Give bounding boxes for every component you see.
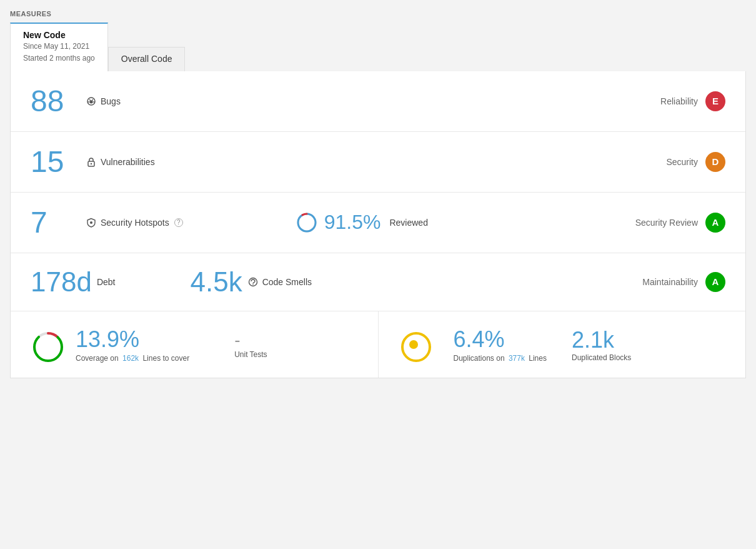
- sec-hotspots-value[interactable]: 7: [31, 208, 81, 238]
- svg-line-2: [92, 99, 93, 101]
- svg-line-1: [89, 99, 91, 101]
- dup-blocks-section: 2.1k Duplicated Blocks: [572, 327, 631, 362]
- sec-center: 91.5% Reviewed: [296, 211, 428, 234]
- lock-icon: [86, 156, 97, 168]
- bugs-grade: E: [712, 96, 719, 106]
- sec-hotspots-icon-label: Security Hotspots ?: [86, 217, 183, 228]
- sec-right: Security Review A: [635, 213, 725, 233]
- svg-point-7: [91, 163, 92, 164]
- maint-row-split: 178d Debt 4.5k Code Smells: [31, 268, 725, 296]
- sec-left: 7 Security Hotspots ?: [31, 208, 183, 238]
- debt-value[interactable]: 178d: [31, 268, 92, 296]
- shield-icon: [86, 217, 97, 228]
- maintainability-row: 178d Debt 4.5k Code Smells: [11, 253, 745, 311]
- reviewed-percent[interactable]: 91.5%: [324, 211, 381, 234]
- maint-left: 178d Debt: [31, 268, 115, 296]
- coverage-section: 13.9% Coverage on 162k Lines to cover - …: [11, 311, 379, 378]
- bug-icon: [86, 96, 97, 107]
- tab-new-code-subtitle1: Since May 11, 2021: [23, 41, 95, 52]
- reviewed-label: Reviewed: [389, 218, 427, 228]
- bugs-row: 88 Bugs: [11, 71, 745, 132]
- bottom-row: 13.9% Coverage on 162k Lines to cover - …: [11, 311, 745, 378]
- svg-point-8: [90, 221, 92, 224]
- sec-category: Security Review: [635, 218, 698, 228]
- maint-grade-badge[interactable]: A: [705, 272, 725, 292]
- security-hotspots-row: 7 Security Hotspots ?: [11, 193, 745, 253]
- coverage-percent[interactable]: 13.9%: [76, 326, 139, 353]
- unit-tests-dash: -: [234, 330, 240, 350]
- sec-grade-badge[interactable]: A: [705, 213, 725, 233]
- code-smells-label: Code Smells: [262, 277, 312, 287]
- bugs-label: Bugs: [101, 96, 121, 106]
- code-smell-icon: [247, 276, 259, 288]
- vuln-icon-label: Vulnerabilities: [86, 156, 155, 168]
- dup-lines-value[interactable]: 377k: [509, 354, 525, 363]
- vuln-grade-badge[interactable]: D: [705, 152, 725, 172]
- vuln-left: 15 Vulnerabilities: [31, 147, 155, 177]
- bugs-left: 88 Bugs: [31, 86, 121, 116]
- svg-point-10: [298, 214, 316, 231]
- maint-category: Maintainability: [642, 277, 698, 287]
- tab-new-code-title: New Code: [23, 30, 95, 40]
- sec-grade: A: [712, 217, 719, 228]
- vuln-grade: D: [712, 156, 719, 167]
- coverage-lines-value[interactable]: 162k: [122, 354, 139, 363]
- unit-tests-label: Unit Tests: [234, 350, 267, 359]
- tabs-container: New Code Since May 11, 2021 Started 2 mo…: [10, 23, 746, 71]
- maint-right: Maintainability A: [642, 272, 725, 292]
- main-card: 88 Bugs: [10, 71, 746, 378]
- sec-hotspots-label: Security Hotspots: [101, 218, 169, 228]
- dup-percent[interactable]: 6.4%: [454, 326, 505, 353]
- dup-text-section: 6.4% Duplications on 377k Lines: [454, 326, 547, 363]
- bugs-row-split: 88 Bugs: [31, 86, 725, 116]
- coverage-text-section: 13.9% Coverage on 162k Lines to cover: [76, 326, 189, 363]
- vuln-right: Security D: [666, 152, 725, 172]
- svg-point-16: [34, 333, 62, 361]
- vulnerabilities-row: 15 Vulnerabilities Security: [11, 132, 745, 193]
- tab-new-code[interactable]: New Code Since May 11, 2021 Started 2 mo…: [10, 23, 108, 71]
- code-smells-section: 4.5k Code Smells: [190, 268, 312, 296]
- coverage-circle: [31, 330, 61, 360]
- vuln-category: Security: [666, 157, 698, 167]
- bugs-value[interactable]: 88: [31, 86, 81, 116]
- maint-grade: A: [712, 276, 719, 287]
- vuln-label: Vulnerabilities: [101, 157, 155, 167]
- bugs-icon-label: Bugs: [86, 96, 121, 107]
- reviewed-progress-circle: [296, 211, 318, 234]
- dup-blocks-label: Duplicated Blocks: [572, 353, 631, 362]
- measures-header: MEASURES: [10, 10, 746, 18]
- duplications-section: 6.4% Duplications on 377k Lines 2.1k Dup…: [379, 311, 746, 378]
- coverage-label: Coverage on 162k Lines to cover: [76, 354, 189, 363]
- bugs-right: Reliability E: [660, 91, 725, 111]
- svg-point-13: [252, 284, 254, 285]
- help-icon[interactable]: ?: [174, 218, 183, 227]
- tab-overall-code[interactable]: Overall Code: [108, 47, 186, 71]
- bugs-category: Reliability: [660, 96, 698, 106]
- dup-blocks-value[interactable]: 2.1k: [572, 327, 631, 353]
- svg-point-3: [90, 100, 93, 103]
- tab-overall-code-title: Overall Code: [121, 54, 172, 64]
- dup-label: Duplications on 377k Lines: [454, 354, 547, 363]
- code-smells-value[interactable]: 4.5k: [190, 268, 242, 296]
- dup-inner: 6.4% Duplications on 377k Lines 2.1k Dup…: [399, 326, 726, 363]
- dup-circle: [399, 330, 429, 360]
- bugs-grade-badge[interactable]: E: [705, 91, 725, 111]
- unit-tests-section: - Unit Tests: [234, 330, 267, 359]
- debt-label: Debt: [97, 277, 116, 287]
- sec-row-split: 7 Security Hotspots ?: [31, 208, 725, 238]
- code-smells-icon-label: Code Smells: [247, 276, 312, 288]
- page-wrapper: MEASURES New Code Since May 11, 2021 Sta…: [0, 0, 756, 388]
- tab-new-code-subtitle2: Started 2 months ago: [23, 53, 95, 64]
- vuln-value[interactable]: 15: [31, 147, 81, 177]
- coverage-inner: 13.9% Coverage on 162k Lines to cover - …: [31, 326, 358, 363]
- vuln-row-split: 15 Vulnerabilities Security: [31, 147, 725, 177]
